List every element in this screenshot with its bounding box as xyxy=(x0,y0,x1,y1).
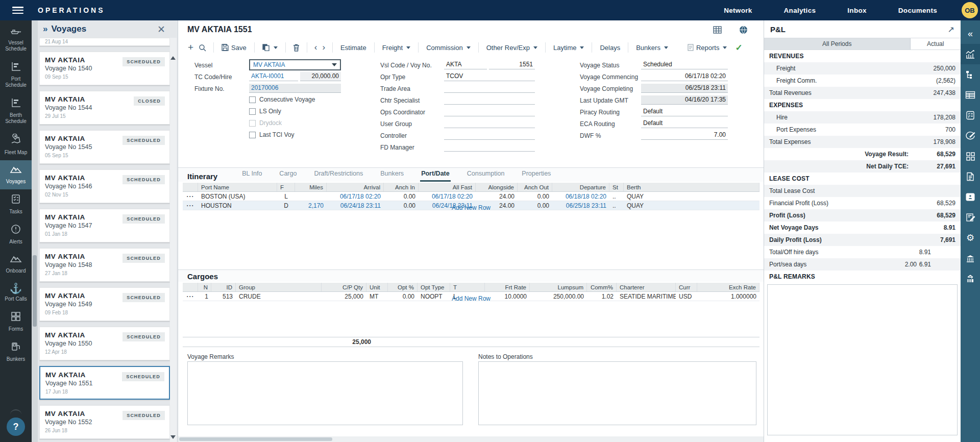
voy-no-field[interactable]: 1551 xyxy=(489,60,535,69)
forms-icon[interactable] xyxy=(961,146,980,166)
last-tci-voy-checkbox[interactable]: Last TCI Voy xyxy=(249,131,294,138)
confirm-check-icon[interactable]: ✓ xyxy=(735,42,742,53)
voyage-completing-field[interactable]: 06/25/18 23:11 xyxy=(641,84,728,93)
table-icon[interactable] xyxy=(961,85,980,105)
collapse-chevrons-icon[interactable]: « xyxy=(961,23,980,44)
voyage-card-1552[interactable]: MV AKTAIA Voyage No 1552 26 Jun 18 SCHED… xyxy=(39,405,170,439)
document-icon[interactable] xyxy=(961,166,980,187)
edit-note-icon[interactable] xyxy=(961,207,980,228)
tab-bunkers[interactable]: Bunkers xyxy=(379,170,405,182)
tc-code-field[interactable]: AKTA-I0001 xyxy=(249,72,298,81)
notes-to-operations-textarea[interactable] xyxy=(478,361,756,425)
rail-alerts[interactable]: Alerts xyxy=(0,219,32,250)
hamburger-menu-icon[interactable] xyxy=(12,7,23,14)
crane-icon[interactable] xyxy=(961,268,980,289)
reports-button[interactable]: Reports xyxy=(684,44,730,52)
rail-voyages[interactable]: Voyages xyxy=(0,160,32,189)
compose-icon[interactable] xyxy=(961,126,980,146)
freight-button[interactable]: Freight xyxy=(379,44,413,52)
vsl-code-field[interactable]: AKTA xyxy=(444,60,487,69)
eca-routing-field[interactable]: Default xyxy=(641,119,728,128)
voyage-card-1545[interactable]: MV AKTAIA Voyage No 1545 05 Sep 15 SCHED… xyxy=(39,130,170,164)
rail-forms[interactable]: Forms xyxy=(0,307,32,337)
copy-icon[interactable] xyxy=(259,44,281,51)
tab-properties[interactable]: Properties xyxy=(521,170,552,182)
save-button[interactable]: Save xyxy=(218,44,250,52)
itinerary-add-new-row[interactable]: Add New Row xyxy=(183,204,760,211)
splitter-handle[interactable] xyxy=(33,255,37,327)
nav-documents[interactable]: Documents xyxy=(898,7,937,14)
voyage-card-partial[interactable]: 21 Aug 14 xyxy=(39,38,170,46)
scroll-down-icon[interactable] xyxy=(170,435,176,439)
voyage-card-1544[interactable]: MV AKTAIA Voyage No 1544 29 Jul 15 CLOSE… xyxy=(39,91,170,125)
plus-icon[interactable]: + xyxy=(185,42,196,53)
rail-berth-schedule[interactable]: Berth Schedule xyxy=(0,93,32,129)
nav-inbox[interactable]: Inbox xyxy=(847,7,867,14)
voyage-card-1550[interactable]: MV AKTAIA Voyage No 1550 12 Apr 18 SCHED… xyxy=(39,327,170,360)
voyage-card-1546[interactable]: MV AKTAIA Voyage No 1546 02 Nov 15 SCHED… xyxy=(39,169,170,203)
rail-bunkers[interactable]: Bunkers xyxy=(0,337,32,367)
tc-hire-field[interactable]: 20,000.00 xyxy=(300,72,341,81)
tab-cargo[interactable]: Cargo xyxy=(278,170,298,182)
ops-coordinator-field[interactable] xyxy=(444,107,535,116)
scrollbar-thumb[interactable] xyxy=(179,437,332,441)
user-group-field[interactable] xyxy=(444,119,535,128)
rail-port-calls[interactable]: ⚓ Port Calls xyxy=(0,279,32,307)
rail-vessel-schedule[interactable]: Vessel Schedule xyxy=(0,20,32,57)
pnl-tab-all-periods[interactable]: All Periods xyxy=(764,38,910,50)
fixture-no-field[interactable]: 20170006 xyxy=(249,84,341,93)
rail-onboard[interactable]: Onboard xyxy=(0,250,32,279)
help-button[interactable]: ? xyxy=(7,418,25,436)
voyage-card-1549[interactable]: MV AKTAIA Voyage No 1549 09 Feb 18 SCHED… xyxy=(39,287,170,321)
nav-analytics[interactable]: Analytics xyxy=(784,7,816,14)
controller-field[interactable] xyxy=(444,131,535,140)
voyages-scrollbar[interactable] xyxy=(170,38,177,442)
contact-card-icon[interactable] xyxy=(961,187,980,207)
tab-bl-info[interactable]: BL Info xyxy=(241,170,263,182)
voyage-commencing-field[interactable]: 06/17/18 02:20 xyxy=(641,72,728,81)
tab-draft-restrictions[interactable]: Draft/Restrictions xyxy=(313,170,364,182)
globe-icon[interactable] xyxy=(737,26,750,34)
chtr-specialist-field[interactable] xyxy=(444,95,535,105)
nav-network[interactable]: Network xyxy=(724,7,752,14)
hierarchy-icon[interactable] xyxy=(961,64,980,85)
pnl-tab-actual[interactable]: Actual xyxy=(910,38,961,50)
expand-chevrons-icon[interactable]: » xyxy=(43,24,47,34)
fd-manager-field[interactable] xyxy=(444,142,535,152)
voyage-card-1547[interactable]: MV AKTAIA Voyage No 1547 01 Jan 18 SCHED… xyxy=(39,209,170,242)
rail-tasks[interactable]: Tasks xyxy=(0,189,32,219)
next-icon[interactable]: › xyxy=(320,42,328,53)
prev-icon[interactable]: ‹ xyxy=(312,42,320,53)
horizontal-scrollbar[interactable] xyxy=(178,436,764,442)
tab-consumption[interactable]: Consumption xyxy=(466,170,506,182)
scroll-up-icon[interactable] xyxy=(170,56,176,60)
other-rev-exp-button[interactable]: Other Rev/Exp xyxy=(483,44,541,52)
analytics-chart-icon[interactable] xyxy=(961,44,980,64)
piracy-routing-field[interactable]: Default xyxy=(641,107,728,116)
consecutive-voyage-checkbox[interactable]: Consecutive Voyage xyxy=(249,96,315,103)
close-icon[interactable]: ✕ xyxy=(157,23,165,35)
gear-icon[interactable]: ⚙ xyxy=(961,228,980,248)
grid-icon[interactable] xyxy=(710,26,724,34)
voyage-card-1551-selected[interactable]: MV AKTAIA Voyage No 1551 17 Jun 18 SCHED… xyxy=(39,366,170,400)
rail-port-schedule[interactable]: Port Schedule xyxy=(0,57,32,93)
checklist-icon[interactable] xyxy=(961,105,980,126)
search-icon[interactable] xyxy=(196,44,209,52)
commission-button[interactable]: Commission xyxy=(423,44,474,52)
dwf-field[interactable]: 7.00 xyxy=(641,131,728,140)
rail-fleet-map[interactable]: Fleet Map xyxy=(0,129,32,160)
trash-icon[interactable] xyxy=(290,44,302,52)
user-avatar[interactable]: OB xyxy=(962,2,978,18)
cargoes-add-new-row[interactable]: Add New Row xyxy=(183,295,760,302)
trade-area-field[interactable] xyxy=(444,84,535,93)
bunkers-button[interactable]: Bunkers xyxy=(633,44,671,52)
delays-button[interactable]: Delays xyxy=(597,44,623,52)
vessel-dropdown[interactable]: MV AKTAIA xyxy=(249,59,341,70)
bank-icon[interactable] xyxy=(961,248,980,268)
laytime-button[interactable]: Laytime xyxy=(550,44,587,52)
voyage-card-1540[interactable]: MV AKTAIA Voyage No 1540 09 Sep 15 SCHED… xyxy=(39,52,170,85)
drydock-checkbox[interactable]: Drydock xyxy=(249,119,282,127)
tab-port-date[interactable]: Port/Date xyxy=(420,170,451,182)
estimate-button[interactable]: Estimate xyxy=(337,44,370,52)
row-menu-icon[interactable]: ··· xyxy=(183,192,198,201)
